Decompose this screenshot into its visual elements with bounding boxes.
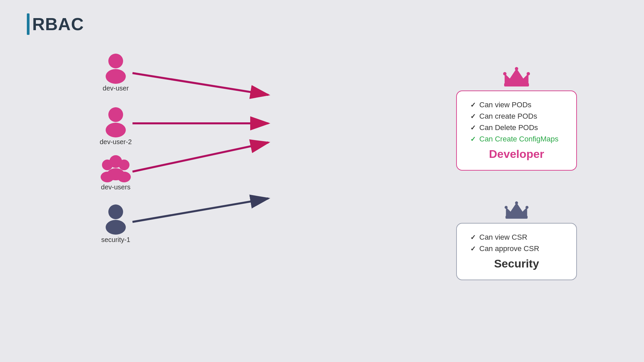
permission-view-csr: ✓ Can view CSR bbox=[470, 233, 563, 242]
dev-user-body-icon bbox=[106, 69, 126, 84]
developer-crown-icon bbox=[501, 67, 532, 87]
permission-delete-pods: ✓ Can Delete PODs bbox=[470, 123, 563, 132]
dev-users-center-body bbox=[107, 168, 124, 180]
dev-users-label: dev-users bbox=[101, 183, 130, 191]
dev-users-right-body bbox=[117, 172, 131, 182]
developer-role-name: Developer bbox=[470, 147, 563, 161]
svg-rect-3 bbox=[504, 83, 529, 86]
security-permissions: ✓ Can view CSR ✓ Can approve CSR bbox=[470, 233, 563, 253]
svg-point-9 bbox=[504, 206, 507, 209]
diagram-svg: dev-user dev-user-2 dev-users security-1 bbox=[77, 47, 379, 282]
dev-users-left-head bbox=[102, 160, 113, 170]
arrow-security1 bbox=[132, 198, 268, 222]
svg-marker-2 bbox=[505, 69, 528, 84]
check-icon-highlight: ✓ bbox=[470, 135, 476, 143]
dev-user2-head-icon bbox=[108, 107, 123, 122]
permission-approve-csr: ✓ Can approve CSR bbox=[470, 244, 563, 253]
security1-head-icon bbox=[108, 204, 123, 219]
arrow-dev-users bbox=[132, 142, 268, 172]
arrow-dev-user bbox=[132, 73, 268, 95]
developer-card-wrapper: ✓ Can view PODs ✓ Can create PODs ✓ Can … bbox=[456, 67, 577, 171]
svg-rect-8 bbox=[505, 216, 528, 219]
dev-user2-body-icon bbox=[106, 123, 126, 137]
dev-users-right-head bbox=[119, 160, 129, 170]
developer-crown-container bbox=[456, 67, 577, 88]
security-role-name: Security bbox=[470, 257, 563, 270]
svg-marker-7 bbox=[506, 203, 527, 216]
dev-user-head-icon bbox=[108, 54, 123, 68]
dev-users-left-body bbox=[101, 172, 114, 182]
security-crown-icon bbox=[503, 201, 530, 220]
dev-user2-label: dev-user-2 bbox=[100, 138, 132, 145]
permission-create-pods: ✓ Can create PODs bbox=[470, 112, 563, 121]
check-icon: ✓ bbox=[470, 112, 476, 120]
check-icon: ✓ bbox=[470, 124, 476, 132]
dev-users-center-head bbox=[109, 155, 122, 168]
check-icon: ✓ bbox=[470, 245, 476, 253]
svg-point-11 bbox=[526, 206, 529, 209]
developer-role-card: ✓ Can view PODs ✓ Can create PODs ✓ Can … bbox=[456, 90, 577, 171]
svg-point-4 bbox=[503, 72, 506, 75]
security-card-wrapper: ✓ Can view CSR ✓ Can approve CSR Securit… bbox=[456, 201, 577, 280]
svg-point-6 bbox=[527, 72, 530, 75]
title-bar: RBAC bbox=[27, 13, 84, 35]
security1-body-icon bbox=[106, 220, 126, 235]
security1-label: security-1 bbox=[101, 236, 130, 243]
permission-view-pods: ✓ Can view PODs bbox=[470, 101, 563, 109]
permission-create-configmaps: ✓ Can Create ConfigMaps bbox=[470, 135, 563, 143]
dev-user-label: dev-user bbox=[103, 84, 129, 92]
check-icon: ✓ bbox=[470, 101, 476, 109]
security-role-card: ✓ Can view CSR ✓ Can approve CSR Securit… bbox=[456, 223, 577, 280]
title-accent bbox=[27, 13, 30, 35]
svg-point-5 bbox=[515, 67, 518, 70]
svg-point-10 bbox=[515, 201, 518, 204]
check-icon: ✓ bbox=[470, 233, 476, 241]
security-crown-container bbox=[456, 201, 577, 221]
page-title: RBAC bbox=[32, 14, 84, 34]
developer-permissions: ✓ Can view PODs ✓ Can create PODs ✓ Can … bbox=[470, 101, 563, 143]
